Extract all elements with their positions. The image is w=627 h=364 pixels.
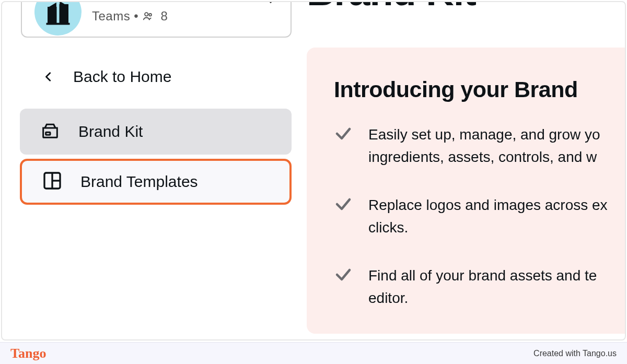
svg-point-3: [149, 14, 152, 16]
templates-icon: [42, 170, 63, 193]
team-member-count: 8: [161, 9, 168, 23]
intro-item: Find all of your brand assets and te edi…: [334, 264, 626, 310]
tango-credit: Created with Tango.us: [533, 349, 617, 358]
intro-list: Easily set up, manage, and grow yo ingre…: [334, 123, 626, 309]
svg-rect-0: [48, 7, 57, 24]
back-label: Back to Home: [73, 68, 171, 86]
intro-text: Easily set up, manage, and grow yo ingre…: [368, 123, 600, 169]
sidebar-item-brand-templates[interactable]: Brand Templates: [20, 159, 292, 205]
team-subtitle: Teams •: [92, 9, 142, 23]
intro-panel: Introducing your Brand Easily set up, ma…: [307, 48, 626, 334]
svg-rect-1: [60, 4, 69, 24]
intro-text: Replace logos and images across ex click…: [368, 194, 608, 239]
intro-item: Replace logos and images across ex click…: [334, 194, 626, 239]
tango-logo: Tango: [10, 346, 46, 361]
back-to-home-link[interactable]: Back to Home: [43, 68, 171, 86]
tango-footer: Tango Created with Tango.us: [0, 342, 627, 364]
brand-templates-label: Brand Templates: [80, 173, 198, 191]
check-icon: [334, 124, 353, 143]
svg-point-2: [145, 13, 148, 16]
svg-rect-4: [46, 132, 50, 135]
page-title: Brand Kit: [307, 1, 476, 14]
chevron-left-icon: [43, 68, 54, 86]
intro-title: Introducing your Brand: [334, 77, 626, 102]
team-meta: Teams • 8: [92, 9, 168, 24]
intro-text: Find all of your brand assets and te edi…: [368, 264, 597, 310]
intro-item: Easily set up, manage, and grow yo ingre…: [334, 123, 626, 169]
people-icon: [142, 10, 154, 22]
check-icon: [334, 195, 353, 214]
app-frame: Teams • 8 Back to Home Brand Kit: [1, 1, 626, 340]
sidebar-item-brand-kit[interactable]: Brand Kit: [20, 109, 292, 155]
brand-kit-icon: [40, 120, 61, 143]
brand-kit-label: Brand Kit: [78, 123, 143, 140]
chevron-down-icon: [263, 1, 278, 10]
team-building-icon: [42, 1, 74, 28]
team-avatar: [34, 1, 82, 36]
check-icon: [334, 265, 353, 284]
team-switcher-card[interactable]: Teams • 8: [21, 1, 292, 38]
